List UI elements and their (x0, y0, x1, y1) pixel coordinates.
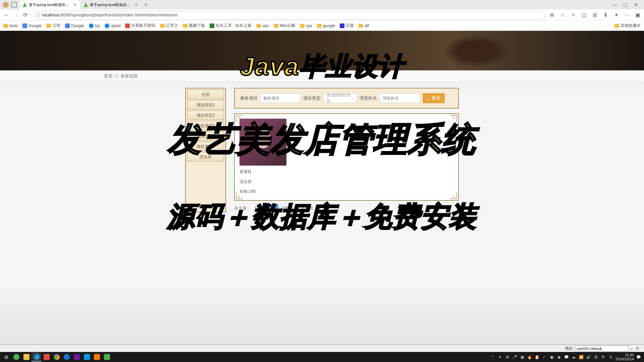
tray-icon[interactable]: ✓ (542, 354, 547, 360)
tab-active[interactable]: 基于spring boot框架的发艺美发 × (19, 0, 80, 9)
site-icon (210, 23, 214, 28)
bookmark-folder[interactable]: vps (300, 23, 312, 28)
prev-page-button[interactable]: 上一页 (251, 204, 269, 213)
tray-chevron-up-icon[interactable]: ^ (490, 354, 495, 360)
page-jump-input[interactable] (297, 204, 308, 212)
folder-icon (274, 24, 278, 28)
downloads-icon[interactable]: ⬇ (602, 12, 608, 18)
result-card[interactable]: 某项目 洗头类 价格:188 (239, 119, 286, 195)
tray-ime-icon[interactable]: 英 (593, 354, 599, 360)
tray-icon[interactable]: ▣ (549, 354, 554, 360)
task-edge[interactable] (32, 352, 42, 362)
tab-close-icon[interactable]: × (135, 2, 138, 7)
tab-close-icon[interactable]: × (74, 2, 76, 7)
site-info-icon[interactable]: ⓘ (36, 12, 40, 18)
breadcrumb-home[interactable]: 首页 (104, 73, 113, 79)
bookmark-item[interactable]: Google (65, 23, 84, 28)
bookmark-item[interactable]: 共享账号密码 (125, 23, 155, 28)
tab-inactive[interactable]: 基于spring boot框架的发艺美发 × (80, 0, 141, 9)
page-number-button[interactable]: 1 (270, 204, 278, 212)
bookmark-item[interactable]: uplod (105, 23, 120, 28)
tray-icon[interactable]: ⚙ (505, 354, 510, 360)
favorite-icon[interactable]: ☆ (559, 12, 566, 18)
sidebar-item-type8[interactable]: 项目类型8 (187, 142, 224, 151)
sidebar-item-type2[interactable]: 项目类型2 (187, 111, 224, 120)
tray-ime-icon[interactable]: 中 (601, 354, 606, 360)
tray-clock[interactable]: 15:45 2024/10/14 (615, 353, 634, 361)
bookmark-folder[interactable]: 视频下载 (183, 23, 205, 28)
sidebar-item-type7[interactable]: 项目类型7 (187, 131, 224, 141)
url-input[interactable]: ⓘ localhost:8080/springbootq9xpe/front/d… (32, 11, 545, 19)
bookmarks-bar: tools Google 宝塔 Google txy uplod 共享账号密码 … (0, 21, 644, 31)
tray-icon[interactable]: 💬 (564, 354, 569, 360)
search-select-type[interactable]: 请选择项目类型 ⌄ (323, 94, 357, 103)
bookmark-folder[interactable]: Max云梯 (274, 23, 296, 28)
bookmark-other[interactable]: 其他收藏夹 (614, 23, 641, 28)
extensions-icon[interactable]: ✧ (570, 12, 576, 18)
task-app-blue[interactable] (82, 352, 92, 362)
task-ide[interactable] (72, 352, 82, 362)
wallet-icon[interactable]: ✦ (613, 12, 619, 18)
tray-icon[interactable]: 🎅 (534, 354, 540, 360)
bookmark-folder[interactable]: aff (359, 23, 369, 28)
reload-button[interactable]: ⟳ (22, 12, 28, 18)
zoom-icon[interactable]: ⊕ (549, 12, 555, 18)
task-chrome[interactable] (52, 352, 62, 362)
bookmark-folder[interactable]: tools (3, 23, 18, 28)
task-wechat[interactable] (102, 352, 112, 362)
new-tab-button[interactable]: + (142, 0, 150, 9)
tray-notifications-icon[interactable]: 💬 (636, 354, 641, 360)
page-size-select[interactable]: 8条/页 (280, 204, 296, 213)
search-button[interactable]: ⌕ 查询 (423, 93, 445, 103)
go-icon[interactable]: ↻ (635, 346, 641, 351)
card-title: 某项目 (239, 168, 286, 176)
search-input-name[interactable] (380, 94, 420, 103)
corner-ornament-icon (235, 191, 244, 199)
search-input-service[interactable] (260, 94, 301, 103)
tab-overview-icon[interactable] (11, 2, 17, 7)
bookmark-folder[interactable]: 已导入 (160, 23, 178, 28)
bookmark-folder[interactable]: 宝塔 (46, 23, 60, 28)
more-icon[interactable]: ⋯ (624, 12, 630, 18)
tray-volume-icon[interactable]: 🔊 (586, 354, 591, 360)
task-app-1[interactable] (11, 352, 21, 362)
bookmark-item[interactable]: 站长工具 - 站长之家 (210, 23, 252, 28)
status-address-input[interactable] (575, 346, 629, 352)
sidebar-toggle-icon[interactable]: ▣ (635, 12, 641, 18)
split-screen-icon[interactable]: ◫ (581, 12, 587, 18)
bookmark-item[interactable]: Google (22, 23, 42, 28)
tray-wifi-icon[interactable]: 📶 (579, 354, 584, 360)
folder-icon (359, 24, 363, 28)
minimize-button[interactable]: — (612, 2, 617, 7)
sidebar-item-wash[interactable]: 洗头类 (187, 152, 224, 162)
tray-icon[interactable]: ✦ (497, 354, 503, 360)
back-button[interactable]: ← (3, 12, 9, 18)
bookmark-folder[interactable]: google (317, 23, 335, 28)
task-app-orange[interactable] (92, 352, 102, 362)
bookmark-item[interactable]: 百度 (340, 23, 354, 28)
profile-icon[interactable] (3, 2, 9, 8)
tray-icon[interactable]: ☁ (571, 354, 577, 360)
maximize-button[interactable]: ▢ (623, 2, 628, 7)
folder-icon (614, 24, 619, 28)
sidebar-item-type3[interactable]: 项目类型3 (187, 121, 224, 130)
sidebar-item-all[interactable]: 全部 (187, 90, 224, 99)
dropdown-icon[interactable]: ⌄ (629, 346, 635, 351)
tab-strip: 基于spring boot框架的发艺美发 × 基于spring boot框架的发… (19, 0, 150, 9)
breadcrumb-current: 美发信息 (120, 73, 138, 79)
collections-icon[interactable]: ⊞ (592, 12, 598, 18)
bookmark-folder[interactable]: vpn (256, 23, 269, 28)
task-explorer[interactable] (21, 352, 32, 362)
bookmark-item[interactable]: txy (89, 23, 100, 28)
tray-icon[interactable]: ◉ (556, 354, 562, 360)
tray-mic-icon[interactable]: 🎤 (512, 354, 518, 360)
tray-icon[interactable]: 🔥 (527, 354, 532, 360)
card-image (239, 119, 286, 166)
close-window-button[interactable]: ✕ (633, 2, 639, 7)
tray-icon[interactable]: S (608, 354, 613, 360)
task-app-v[interactable] (62, 352, 72, 362)
task-wps[interactable] (42, 352, 52, 362)
start-button[interactable]: ⊞ (1, 352, 11, 362)
sidebar-item-type1[interactable]: 项目类型1 (187, 100, 224, 110)
tray-icon[interactable]: ▦ (520, 354, 525, 360)
